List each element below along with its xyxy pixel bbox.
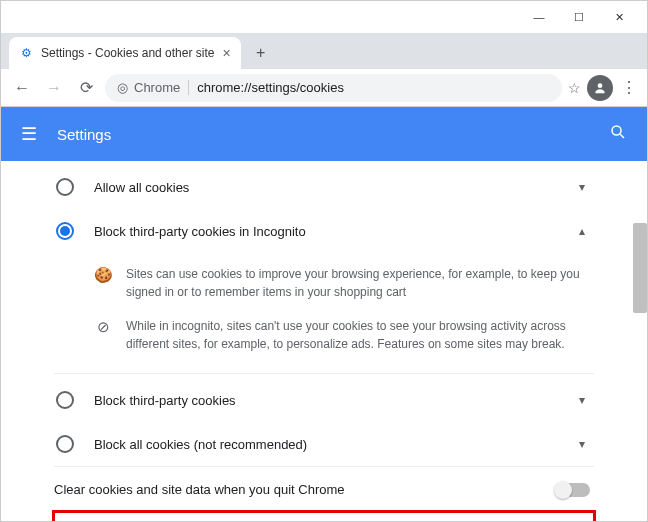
forward-button[interactable]: → — [41, 75, 67, 101]
address-bar[interactable]: ◎ Chrome chrome://settings/cookies — [105, 74, 562, 102]
hamburger-icon[interactable]: ☰ — [21, 123, 37, 145]
toggle-clear-on-exit[interactable]: Clear cookies and site data when you qui… — [54, 466, 594, 512]
page-title: Settings — [57, 126, 111, 143]
radio-allow-all[interactable]: Allow all cookies ▾ — [54, 165, 594, 209]
content-area: Allow all cookies ▾ Block third-party co… — [1, 161, 647, 521]
reload-button[interactable]: ⟳ — [73, 75, 99, 101]
block-icon: ⊘ — [94, 317, 112, 353]
back-button[interactable]: ← — [9, 75, 35, 101]
minimize-button[interactable]: — — [519, 3, 559, 31]
toggle-switch[interactable] — [556, 483, 590, 497]
tab-strip: ⚙ Settings - Cookies and other site × + — [1, 33, 647, 69]
radio-description: 🍪 Sites can use cookies to improve your … — [54, 253, 594, 374]
radio-icon — [56, 178, 74, 196]
settings-header: ☰ Settings — [1, 107, 647, 161]
site-info: ◎ Chrome — [117, 80, 189, 95]
menu-icon[interactable]: ⋮ — [619, 78, 639, 97]
chevron-down-icon[interactable]: ▾ — [570, 437, 594, 451]
url-text: chrome://settings/cookies — [197, 80, 344, 95]
close-icon[interactable]: × — [222, 45, 230, 61]
chevron-down-icon[interactable]: ▾ — [570, 393, 594, 407]
radio-label: Allow all cookies — [94, 180, 570, 195]
radio-label: Block third-party cookies — [94, 393, 570, 408]
tab-title: Settings - Cookies and other site — [41, 46, 214, 60]
window-titlebar: — ☐ ✕ — [1, 1, 647, 33]
new-tab-button[interactable]: + — [247, 39, 275, 67]
toggle-do-not-track[interactable]: Send a "Do Not Track" request with your … — [54, 512, 594, 521]
tab-settings[interactable]: ⚙ Settings - Cookies and other site × — [9, 37, 241, 69]
bookmark-icon[interactable]: ☆ — [568, 80, 581, 96]
scrollbar-thumb[interactable] — [633, 223, 647, 313]
radio-label: Block all cookies (not recommended) — [94, 437, 570, 452]
radio-icon — [56, 222, 74, 240]
profile-avatar[interactable] — [587, 75, 613, 101]
toolbar: ← → ⟳ ◎ Chrome chrome://settings/cookies… — [1, 69, 647, 107]
chrome-icon: ◎ — [117, 80, 128, 95]
chevron-up-icon[interactable]: ▴ — [570, 224, 594, 238]
svg-point-1 — [612, 126, 621, 135]
radio-label: Block third-party cookies in Incognito — [94, 224, 570, 239]
toggle-label: Clear cookies and site data when you qui… — [54, 482, 556, 497]
gear-icon: ⚙ — [19, 46, 33, 60]
chevron-down-icon[interactable]: ▾ — [570, 180, 594, 194]
cookie-icon: 🍪 — [94, 265, 112, 301]
radio-block-incognito[interactable]: Block third-party cookies in Incognito ▴ — [54, 209, 594, 253]
radio-icon — [56, 435, 74, 453]
radio-block-all[interactable]: Block all cookies (not recommended) ▾ — [54, 422, 594, 466]
svg-line-2 — [620, 134, 624, 138]
close-button[interactable]: ✕ — [599, 3, 639, 31]
search-icon[interactable] — [609, 123, 627, 146]
description-text: While in incognito, sites can't use your… — [126, 317, 594, 353]
radio-block-thirdparty[interactable]: Block third-party cookies ▾ — [54, 378, 594, 422]
maximize-button[interactable]: ☐ — [559, 3, 599, 31]
description-text: Sites can use cookies to improve your br… — [126, 265, 594, 301]
radio-icon — [56, 391, 74, 409]
svg-point-0 — [598, 83, 603, 88]
